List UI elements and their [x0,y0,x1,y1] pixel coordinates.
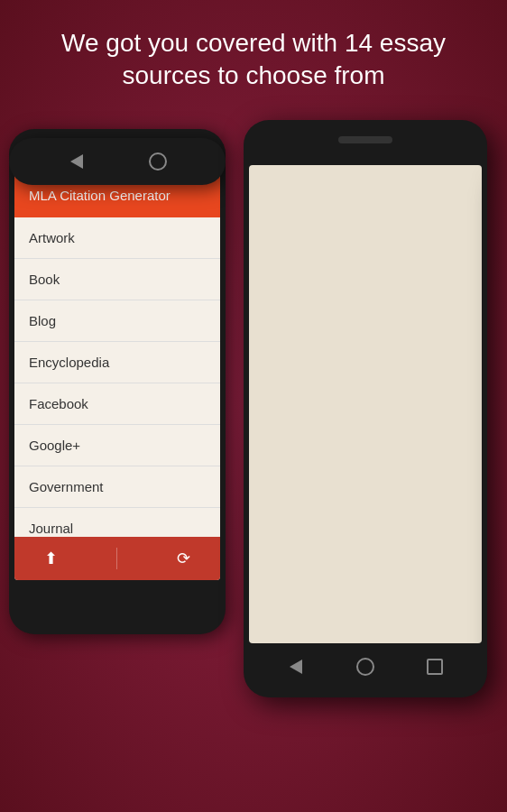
phone-left: MLA Citation Generator Artwork Book Blog… [9,129,226,634]
speaker-right [338,136,392,143]
nav-bar-left [9,138,226,185]
nav-bar-right [244,643,487,690]
list-item[interactable]: Artwork [14,217,220,259]
phone-right-screen: 4G ▲ 📶 🔋 MLA Citation Generator Governme… [249,165,482,643]
headline: We got you covered with 14 essay sources… [0,0,507,111]
home-button-right[interactable] [356,658,374,676]
back-button-right[interactable] [287,658,305,676]
upload-icon[interactable]: ⬆ [44,549,58,568]
recents-button-right[interactable] [426,658,444,676]
back-button-left[interactable] [68,152,86,171]
list-item[interactable]: Book [14,259,220,300]
list-item[interactable]: Facebook [14,383,220,425]
list-item[interactable]: Google+ [14,425,220,466]
action-bar-left: ⬆ ⟳ [14,537,220,580]
list-left: Artwork Book Blog Encyclopedia Facebook … [14,217,220,549]
list-item[interactable]: Blog [14,300,220,342]
app-bar-title-left: MLA Citation Generator [29,188,171,203]
list-item[interactable]: Government [14,466,220,508]
phone-right: 4G ▲ 📶 🔋 MLA Citation Generator Governme… [244,120,487,697]
phones-container: MLA Citation Generator Artwork Book Blog… [0,120,507,752]
phone-left-screen: MLA Citation Generator Artwork Book Blog… [14,174,220,580]
history-icon[interactable]: ⟳ [177,549,190,568]
list-item[interactable]: Encyclopedia [14,342,220,383]
home-button-left[interactable] [149,152,167,171]
divider [116,548,117,569]
